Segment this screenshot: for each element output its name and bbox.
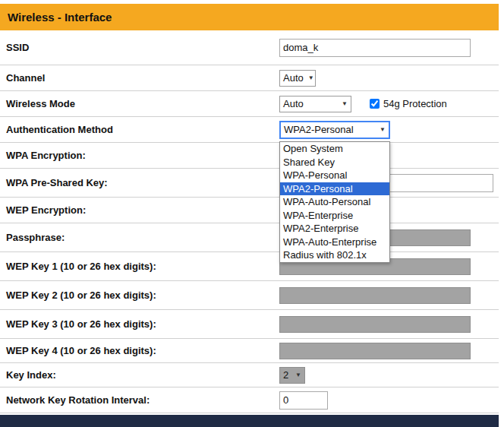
54g-protection-checkbox[interactable] <box>370 99 380 109</box>
dropdown-option-wpa2-personal[interactable]: WPA2-Personal <box>280 182 389 196</box>
chevron-down-icon: ▼ <box>308 74 314 81</box>
key-index-label: Key Index: <box>0 369 279 381</box>
rotation-interval-input[interactable] <box>279 391 328 410</box>
row-wep-key-3: WEP Key 3 (10 or 26 hex digits): <box>0 310 499 339</box>
row-network-key-rotation-interval: Network Key Rotation Interval: <box>0 387 499 413</box>
row-wpa-pre-shared-key: WPA Pre-Shared Key: <box>0 169 499 198</box>
row-wpa-encryption: WPA Encryption: <box>0 143 499 169</box>
dropdown-option-wpa-auto-enterprise[interactable]: WPA-Auto-Enterprise <box>280 236 389 249</box>
page-title: Wireless - Interface <box>8 11 112 24</box>
wep-key-4-label: WEP Key 4 (10 or 26 hex digits): <box>0 345 279 356</box>
54g-protection-option: 54g Protection <box>370 98 447 109</box>
row-wep-key-2: WEP Key 2 (10 or 26 hex digits): <box>0 281 499 310</box>
wireless-interface-page: Wireless - Interface SSID Channel Auto ▼… <box>0 0 504 427</box>
row-key-index: Key Index: 2 ▼ <box>0 363 499 387</box>
dropdown-option-wpa-enterprise[interactable]: WPA-Enterprise <box>280 209 389 223</box>
chevron-down-icon: ▼ <box>342 100 348 107</box>
wep-key-1-label: WEP Key 1 (10 or 26 hex digits): <box>0 261 279 272</box>
settings-form: SSID Channel Auto ▼ Wireless Mode Auto ▼ <box>0 30 499 413</box>
channel-label: Channel <box>0 72 279 84</box>
authentication-method-select[interactable]: WPA2-Personal ▼ <box>279 121 390 139</box>
row-ssid: SSID <box>0 30 499 65</box>
footer-bar <box>0 415 499 427</box>
dropdown-option-wpa-auto-personal[interactable]: WPA-Auto-Personal <box>280 195 389 209</box>
row-wireless-mode: Wireless Mode Auto ▼ 54g Protection <box>0 91 499 117</box>
dropdown-option-radius-8021x[interactable]: Radius with 802.1x <box>280 248 389 262</box>
row-channel: Channel Auto ▼ <box>0 65 499 91</box>
chevron-down-icon: ▼ <box>380 126 386 133</box>
wpa-encryption-label: WPA Encryption: <box>0 150 279 161</box>
row-wep-key-4: WEP Key 4 (10 or 26 hex digits): <box>0 339 499 363</box>
authentication-method-dropdown: Open System Shared Key WPA-Personal WPA2… <box>279 141 390 263</box>
dropdown-option-open-system[interactable]: Open System <box>280 142 389 156</box>
wep-encryption-label: WEP Encryption: <box>0 204 279 216</box>
row-wep-key-1: WEP Key 1 (10 or 26 hex digits): <box>0 252 499 281</box>
rotation-interval-label: Network Key Rotation Interval: <box>0 394 279 406</box>
wep-key-3-input <box>279 316 471 333</box>
wpa-pre-shared-key-label: WPA Pre-Shared Key: <box>0 177 279 188</box>
key-index-select: 2 ▼ <box>279 367 305 384</box>
channel-select[interactable]: Auto ▼ <box>279 70 316 87</box>
ssid-input[interactable] <box>279 39 471 57</box>
wep-key-4-input <box>279 343 471 359</box>
ssid-label: SSID <box>0 42 279 53</box>
dropdown-option-shared-key[interactable]: Shared Key <box>280 156 389 169</box>
wep-key-2-input <box>279 287 471 304</box>
wep-key-2-label: WEP Key 2 (10 or 26 hex digits): <box>0 289 279 301</box>
authentication-method-select-value: WPA2-Personal <box>284 124 354 135</box>
row-wep-encryption: WEP Encryption: <box>0 198 499 223</box>
row-passphrase: Passphrase: <box>0 223 499 252</box>
chevron-down-icon: ▼ <box>295 372 301 378</box>
page-header: Wireless - Interface <box>0 4 499 30</box>
dropdown-option-wpa2-enterprise[interactable]: WPA2-Enterprise <box>280 222 389 236</box>
wireless-mode-label: Wireless Mode <box>0 98 279 109</box>
wireless-mode-select[interactable]: Auto ▼ <box>279 96 351 112</box>
channel-select-value: Auto <box>283 72 304 84</box>
key-index-select-value: 2 <box>283 369 288 381</box>
row-authentication-method: Authentication Method WPA2-Personal ▼ <box>0 117 499 143</box>
wep-key-3-label: WEP Key 3 (10 or 26 hex digits): <box>0 318 279 330</box>
dropdown-option-wpa-personal[interactable]: WPA-Personal <box>280 169 389 182</box>
authentication-method-label: Authentication Method <box>0 124 279 135</box>
54g-protection-label: 54g Protection <box>383 98 447 109</box>
passphrase-label: Passphrase: <box>0 232 279 243</box>
wireless-mode-select-value: Auto <box>283 98 304 109</box>
